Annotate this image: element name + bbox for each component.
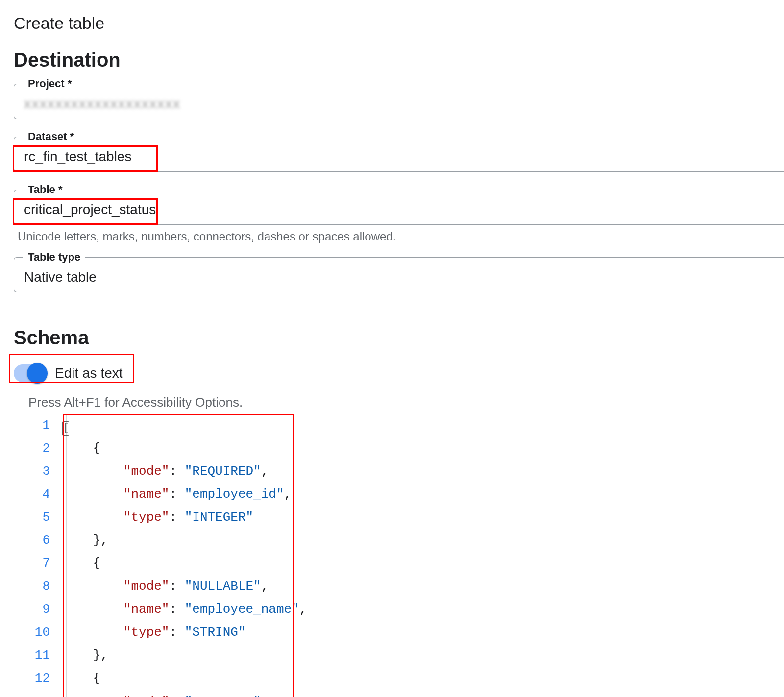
edit-as-text-label: Edit as text: [55, 365, 123, 381]
dataset-label: Dataset *: [23, 130, 79, 143]
table-type-label: Table type: [23, 251, 85, 264]
header-divider: [14, 42, 784, 42]
code-line[interactable]: "type": "STRING": [62, 621, 307, 644]
schema-heading: Schema: [14, 327, 784, 349]
code-line[interactable]: [: [62, 414, 307, 437]
code-line[interactable]: },: [62, 529, 307, 552]
table-field[interactable]: Table * critical_project_status: [14, 190, 784, 225]
line-number: 11: [27, 644, 50, 667]
dataset-field[interactable]: Dataset * rc_fin_test_tables: [14, 137, 784, 172]
code-line[interactable]: "mode": "NULLABLE",: [62, 690, 307, 697]
code-line[interactable]: "name": "employee_name",: [62, 598, 307, 621]
table-type-field[interactable]: Table type Native table: [14, 257, 784, 292]
line-number: 9: [27, 598, 50, 621]
line-number: 10: [27, 621, 50, 644]
code-line[interactable]: },: [62, 644, 307, 667]
project-label: Project *: [23, 77, 76, 90]
line-number: 12: [27, 667, 50, 690]
table-type-value: Native table: [24, 269, 774, 285]
dataset-value: rc_fin_test_tables: [24, 149, 774, 165]
line-number: 13: [27, 690, 50, 697]
edit-as-text-toggle[interactable]: [14, 364, 46, 382]
table-value: critical_project_status: [24, 202, 774, 217]
code-line[interactable]: "mode": "NULLABLE",: [62, 575, 307, 598]
line-number: 4: [27, 483, 50, 506]
line-number: 3: [27, 460, 50, 483]
line-number: 2: [27, 437, 50, 460]
line-number: 1: [27, 414, 50, 437]
destination-heading: Destination: [14, 49, 784, 71]
line-number: 5: [27, 506, 50, 529]
code-line[interactable]: "type": "INTEGER": [62, 506, 307, 529]
code-line[interactable]: {: [62, 667, 307, 690]
line-number: 6: [27, 529, 50, 552]
project-field[interactable]: Project * xxxxxxxxxxxxxxxxxxxx: [14, 84, 784, 119]
page-title: Create table: [14, 14, 784, 33]
schema-json-editor[interactable]: 12345678910111213 [ { "mode": "REQUIRED"…: [27, 414, 307, 697]
code-line[interactable]: {: [62, 437, 307, 460]
table-label: Table *: [23, 183, 68, 196]
code-line[interactable]: {: [62, 552, 307, 575]
project-value: xxxxxxxxxxxxxxxxxxxx: [24, 96, 774, 112]
a11y-hint: Press Alt+F1 for Accessibility Options.: [28, 395, 784, 410]
editor-gutter: 12345678910111213: [27, 414, 57, 697]
code-line[interactable]: "name": "employee_id",: [62, 483, 307, 506]
code-line[interactable]: "mode": "REQUIRED",: [62, 460, 307, 483]
editor-code-area[interactable]: [ { "mode": "REQUIRED", "name": "employe…: [57, 414, 307, 697]
line-number: 7: [27, 552, 50, 575]
table-helper: Unicode letters, marks, numbers, connect…: [18, 230, 784, 243]
line-number: 8: [27, 575, 50, 598]
